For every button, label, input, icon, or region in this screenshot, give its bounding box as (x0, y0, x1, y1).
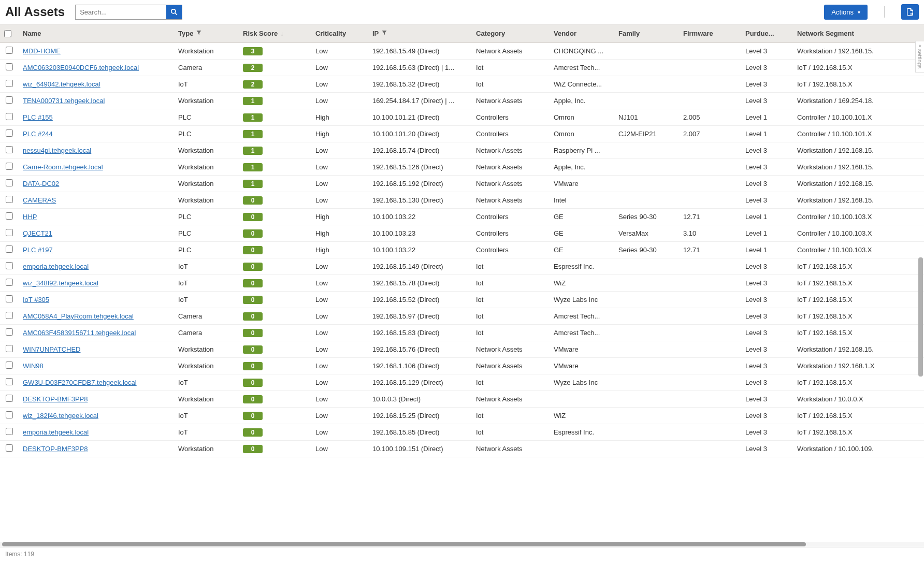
table-row[interactable]: DATA-DC02Workstation1Low192.168.15.192 (… (0, 176, 924, 192)
asset-name-link[interactable]: AMC063F45839156711.tehgeek.local (23, 329, 136, 337)
col-header-cat[interactable]: Category (472, 24, 550, 43)
table-row[interactable]: GW3U-D03F270CFDB7.tehgeek.localIoT0Low19… (0, 374, 924, 391)
col-header-ip[interactable]: IP (368, 24, 472, 43)
row-checkbox[interactable] (6, 411, 13, 418)
export-button[interactable] (901, 4, 919, 20)
actions-button[interactable]: Actions ▾ (824, 5, 868, 20)
col-header-family[interactable]: Family (614, 24, 679, 43)
filter-icon[interactable] (196, 30, 202, 37)
row-checkbox[interactable] (6, 312, 13, 319)
row-checkbox[interactable] (6, 212, 13, 220)
asset-name-link[interactable]: AMC063203E0940DCF6.tehgeek.local (23, 64, 139, 71)
table-scroll[interactable]: NameTypeRisk Score↓CriticalityIPCategory… (0, 24, 924, 542)
asset-name-link[interactable]: DATA-DC02 (23, 180, 59, 187)
row-checkbox[interactable] (6, 63, 13, 70)
col-header-firmware[interactable]: Firmware (679, 24, 741, 43)
col-header-risk[interactable]: Risk Score↓ (239, 24, 311, 43)
asset-name-link[interactable]: wiz_348f92.tehgeek.local (23, 279, 98, 287)
row-checkbox[interactable] (6, 229, 13, 236)
table-row[interactable]: IoT #305IoT0Low192.168.15.52 (Direct)Iot… (0, 292, 924, 308)
table-row[interactable]: AMC063F45839156711.tehgeek.localCamera0L… (0, 325, 924, 341)
row-checkbox[interactable] (6, 196, 13, 203)
table-row[interactable]: CAMERASWorkstation0Low192.168.15.130 (Di… (0, 192, 924, 209)
row-checkbox[interactable] (6, 96, 13, 104)
asset-name-link[interactable]: PLC #155 (23, 113, 53, 121)
row-checkbox[interactable] (6, 378, 13, 385)
col-header-vendor[interactable]: Vendor (550, 24, 614, 43)
asset-name-link[interactable]: PLC #244 (23, 130, 53, 138)
asset-name-link[interactable]: nessu4pi.tehgeek.local (23, 147, 91, 154)
row-checkbox[interactable] (6, 279, 13, 286)
search-input[interactable] (76, 5, 166, 19)
asset-name-link[interactable]: DESKTOP-BMF3PP8 (23, 445, 88, 453)
filter-icon[interactable] (381, 30, 387, 37)
table-row[interactable]: DESKTOP-BMF3PP8Workstation0Low10.0.0.3 (… (0, 391, 924, 408)
col-header-name[interactable]: Name (19, 24, 174, 43)
row-checkbox[interactable] (6, 262, 13, 269)
asset-name-link[interactable]: IoT #305 (23, 296, 49, 303)
table-row[interactable]: wiz_649042.tehgeek.localIoT2Low192.168.1… (0, 76, 924, 93)
horizontal-scrollbar[interactable] (0, 542, 924, 547)
row-checkbox[interactable] (6, 47, 13, 54)
row-checkbox[interactable] (6, 179, 13, 186)
row-checkbox[interactable] (6, 428, 13, 435)
table-row[interactable]: AMC058A4_PlayRoom.tehgeek.localCamera0Lo… (0, 308, 924, 325)
asset-name-link[interactable]: MDD-HOME (23, 47, 61, 55)
row-checkbox[interactable] (6, 146, 13, 153)
asset-name-link[interactable]: TENA000731.tehgeek.local (23, 97, 105, 105)
table-row[interactable]: PLC #197PLC0High10.100.103.22Controllers… (0, 242, 924, 258)
col-header-checkbox[interactable] (0, 24, 19, 43)
sort-down-icon[interactable]: ↓ (280, 30, 283, 37)
row-checkbox[interactable] (6, 80, 13, 87)
horizontal-scrollbar-thumb[interactable] (2, 542, 806, 546)
asset-name-link[interactable]: wiz_182f46.tehgeek.local (23, 412, 98, 420)
asset-name-link[interactable]: WIN7UNPATCHED (23, 345, 80, 353)
row-checkbox[interactable] (6, 328, 13, 336)
table-row[interactable]: Game-Room.tehgeek.localWorkstation1Low19… (0, 159, 924, 176)
table-row[interactable]: emporia.tehgeek.localIoT0Low192.168.15.1… (0, 258, 924, 275)
table-row[interactable]: wiz_182f46.tehgeek.localIoT0Low192.168.1… (0, 408, 924, 424)
select-all-checkbox[interactable] (4, 30, 11, 37)
table-row[interactable]: AMC063203E0940DCF6.tehgeek.localCamera2L… (0, 60, 924, 76)
table-row[interactable]: TENA000731.tehgeek.localWorkstation1Low1… (0, 93, 924, 109)
table-row[interactable]: HHPPLC0High10.100.103.22ControllersGESer… (0, 209, 924, 225)
asset-name-link[interactable]: Game-Room.tehgeek.local (23, 163, 103, 171)
asset-name-link[interactable]: emporia.tehgeek.local (23, 428, 89, 436)
col-header-purdue[interactable]: Purdue... (741, 24, 793, 43)
vertical-scrollbar-thumb[interactable] (918, 257, 923, 377)
row-checkbox[interactable] (6, 163, 13, 170)
asset-name-link[interactable]: wiz_649042.tehgeek.local (23, 80, 100, 88)
asset-name-link[interactable]: QJECT21 (23, 229, 52, 237)
table-row[interactable]: QJECT21PLC0High10.100.103.23ControllersG… (0, 225, 924, 242)
asset-name-link[interactable]: emporia.tehgeek.local (23, 263, 89, 270)
row-checkbox[interactable] (6, 345, 13, 352)
col-header-seg[interactable]: Network Segment (793, 24, 924, 43)
table-row[interactable]: MDD-HOMEWorkstation3Low192.168.15.49 (Di… (0, 43, 924, 60)
table-row[interactable]: WIN98Workstation0Low192.168.1.106 (Direc… (0, 358, 924, 374)
table-row[interactable]: WIN7UNPATCHEDWorkstation0Low192.168.15.7… (0, 341, 924, 358)
row-checkbox[interactable] (6, 361, 13, 369)
row-checkbox[interactable] (6, 395, 13, 402)
asset-name-link[interactable]: WIN98 (23, 362, 44, 370)
asset-name-link[interactable]: DESKTOP-BMF3PP8 (23, 395, 88, 403)
settings-tab[interactable]: « settings (915, 41, 924, 73)
asset-name-link[interactable]: HHP (23, 213, 37, 221)
asset-name-link[interactable]: PLC #197 (23, 246, 53, 254)
row-checkbox[interactable] (6, 113, 13, 120)
asset-name-link[interactable]: GW3U-D03F270CFDB7.tehgeek.local (23, 379, 137, 386)
col-header-type[interactable]: Type (174, 24, 239, 43)
table-row[interactable]: PLC #244PLC1High10.100.101.20 (Direct)Co… (0, 126, 924, 142)
asset-name-link[interactable]: AMC058A4_PlayRoom.tehgeek.local (23, 312, 134, 320)
table-row[interactable]: PLC #155PLC1High10.100.101.21 (Direct)Co… (0, 109, 924, 126)
table-row[interactable]: nessu4pi.tehgeek.localWorkstation1Low192… (0, 142, 924, 159)
row-checkbox[interactable] (6, 245, 13, 253)
search-button[interactable] (166, 5, 182, 19)
table-row[interactable]: emporia.tehgeek.localIoT0Low192.168.15.8… (0, 424, 924, 441)
row-checkbox[interactable] (6, 295, 13, 302)
table-row[interactable]: DESKTOP-BMF3PP8Workstation0Low10.100.109… (0, 441, 924, 457)
table-row[interactable]: wiz_348f92.tehgeek.localIoT0Low192.168.1… (0, 275, 924, 292)
row-checkbox[interactable] (6, 129, 13, 137)
row-checkbox[interactable] (6, 444, 13, 452)
asset-name-link[interactable]: CAMERAS (23, 196, 56, 204)
col-header-crit[interactable]: Criticality (311, 24, 368, 43)
